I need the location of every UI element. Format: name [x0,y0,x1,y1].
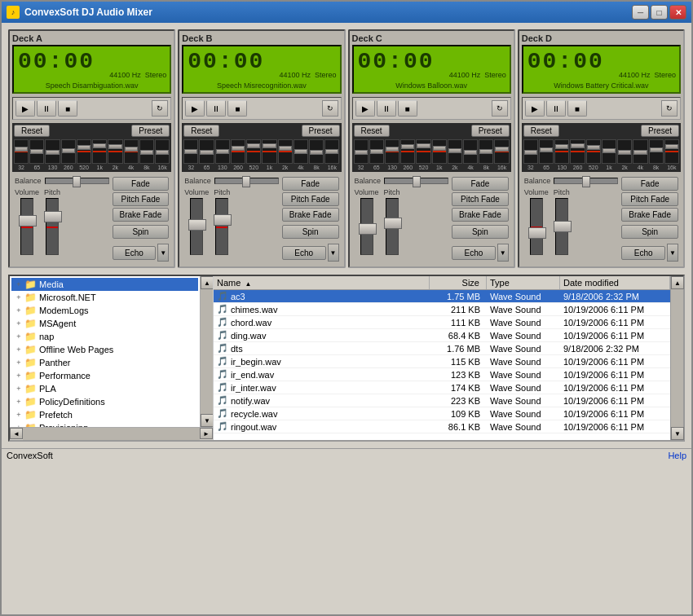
eq-bar-1[interactable] [29,139,44,164]
eq-bar-3[interactable] [570,139,585,164]
tree-item-modemlogs[interactable]: +📁ModemLogs [11,304,198,317]
reset-btn-2[interactable]: Reset [354,125,390,137]
fade-btn-0[interactable]: Fade [113,177,170,191]
spin-btn-3[interactable]: Spin [621,225,678,239]
eq-bar-1[interactable] [369,139,384,164]
brake-fade-btn-0[interactable]: Brake Fade [113,208,170,222]
file-row-7[interactable]: 🎵 ir_inter.wav 174 KB Wave Sound 10/19/2… [214,381,670,394]
close-button[interactable]: ✕ [669,5,686,20]
eq-bar-2[interactable] [45,139,60,164]
tree-expand-6[interactable]: + [13,357,24,368]
eq-bar-0[interactable] [523,139,538,164]
file-scroll-down[interactable]: ▼ [671,427,684,440]
play-btn-1[interactable]: ▶ [185,100,205,117]
file-row-4[interactable]: 🎵 dts 1.76 MB Wave Sound 9/18/2006 2:32 … [214,342,670,355]
tree-item-provisioning[interactable]: +📁Provisioning [11,421,198,427]
echo-btn-0[interactable]: Echo [113,246,157,260]
tree-expand-10[interactable]: + [13,409,24,420]
eq-bar-1[interactable] [199,139,214,164]
play-btn-2[interactable]: ▶ [355,100,375,117]
loop-btn-1[interactable]: ↻ [322,100,338,117]
loop-btn-0[interactable]: ↻ [152,100,168,117]
tree-expand-3[interactable]: + [13,318,24,329]
play-btn-0[interactable]: ▶ [15,100,35,117]
eq-bar-3[interactable] [61,139,76,164]
pitch-fade-btn-0[interactable]: Pitch Fade [113,192,170,206]
eq-bar-3[interactable] [231,139,245,164]
tree-hscroll-right[interactable]: ► [200,428,213,439]
pitch-slider-0[interactable] [46,198,59,255]
file-row-2[interactable]: 🎵 chord.wav 111 KB Wave Sound 10/19/2006… [214,316,670,329]
pitch-slider-3[interactable] [555,198,568,255]
pitch-thumb-2[interactable] [384,218,402,229]
eq-bar-4[interactable] [77,139,91,164]
reset-btn-3[interactable]: Reset [523,125,559,137]
echo-dropdown-3[interactable]: ▼ [667,244,678,262]
eq-bar-6[interactable] [108,139,122,164]
tree-expand-8[interactable]: + [13,383,24,394]
eq-bar-6[interactable] [448,139,462,164]
eq-bar-5[interactable] [92,139,107,164]
tree-item-performance[interactable]: +📁Performance [11,369,198,382]
stop-btn-1[interactable]: ■ [227,100,247,117]
eq-bar-8[interactable] [309,139,324,164]
pitch-thumb-3[interactable] [554,221,572,232]
eq-bar-5[interactable] [262,139,276,164]
echo-dropdown-1[interactable]: ▼ [328,244,339,262]
tree-hscroll-track[interactable] [23,428,200,440]
vol-slider-1[interactable] [190,198,203,255]
spin-btn-0[interactable]: Spin [113,225,170,239]
balance-track-2[interactable] [384,178,448,184]
pause-btn-0[interactable]: ⏸ [37,100,56,117]
balance-thumb-1[interactable] [242,176,250,187]
eq-bar-1[interactable] [539,139,554,164]
brake-fade-btn-3[interactable]: Brake Fade [621,208,678,222]
fade-btn-1[interactable]: Fade [282,177,339,191]
tree-item-panther[interactable]: +📁Panther [11,356,198,369]
eq-bar-4[interactable] [586,139,601,164]
fade-btn-3[interactable]: Fade [621,177,678,191]
eq-bar-2[interactable] [215,139,230,164]
eq-bar-0[interactable] [354,139,369,164]
tree-item-nap[interactable]: +📁nap [11,330,198,343]
pause-btn-1[interactable]: ⏸ [206,100,226,117]
preset-btn-3[interactable]: Preset [641,125,679,137]
balance-thumb-0[interactable] [73,176,81,187]
eq-bar-4[interactable] [416,139,430,164]
eq-bar-8[interactable] [139,139,154,164]
eq-bar-9[interactable] [664,139,679,164]
file-row-10[interactable]: 🎵 ringout.wav 86.1 KB Wave Sound 10/19/2… [214,420,670,433]
file-row-9[interactable]: 🎵 recycle.wav 109 KB Wave Sound 10/19/20… [214,407,670,420]
vol-slider-3[interactable] [530,198,543,255]
eq-bar-2[interactable] [385,139,399,164]
tree-scroll-down[interactable]: ▼ [201,414,213,427]
eq-bar-0[interactable] [183,139,198,164]
pitch-fade-btn-3[interactable]: Pitch Fade [621,192,678,206]
tree-item-msagent[interactable]: +📁MSAgent [11,317,198,330]
echo-dropdown-2[interactable]: ▼ [497,244,509,262]
tree-item-policydefinitions[interactable]: +📁PolicyDefinitions [11,395,198,408]
tree-item-prefetch[interactable]: +📁Prefetch [11,408,198,421]
file-row-5[interactable]: 🎵 ir_begin.wav 115 KB Wave Sound 10/19/2… [214,355,670,368]
stop-btn-3[interactable]: ■ [567,100,587,117]
tree-expand-9[interactable]: + [13,396,24,407]
eq-bar-5[interactable] [602,139,616,164]
eq-bar-0[interactable] [14,139,29,164]
tree-expand-2[interactable]: + [13,305,24,316]
brake-fade-btn-1[interactable]: Brake Fade [282,208,339,222]
eq-bar-7[interactable] [633,139,647,164]
col-header-type[interactable]: Type [487,276,560,289]
echo-btn-3[interactable]: Echo [621,246,665,260]
brake-fade-btn-2[interactable]: Brake Fade [452,208,509,222]
reset-btn-1[interactable]: Reset [183,125,219,137]
file-row-8[interactable]: 🎵 notify.wav 223 KB Wave Sound 10/19/200… [214,394,670,407]
reset-btn-0[interactable]: Reset [14,125,50,137]
eq-bar-2[interactable] [554,139,569,164]
fade-btn-2[interactable]: Fade [452,177,509,191]
vol-slider-2[interactable] [360,198,373,255]
eq-bar-6[interactable] [617,139,632,164]
eq-bar-9[interactable] [494,139,509,164]
preset-btn-0[interactable]: Preset [131,125,170,137]
eq-bar-6[interactable] [278,139,293,164]
spin-btn-2[interactable]: Spin [452,225,509,239]
